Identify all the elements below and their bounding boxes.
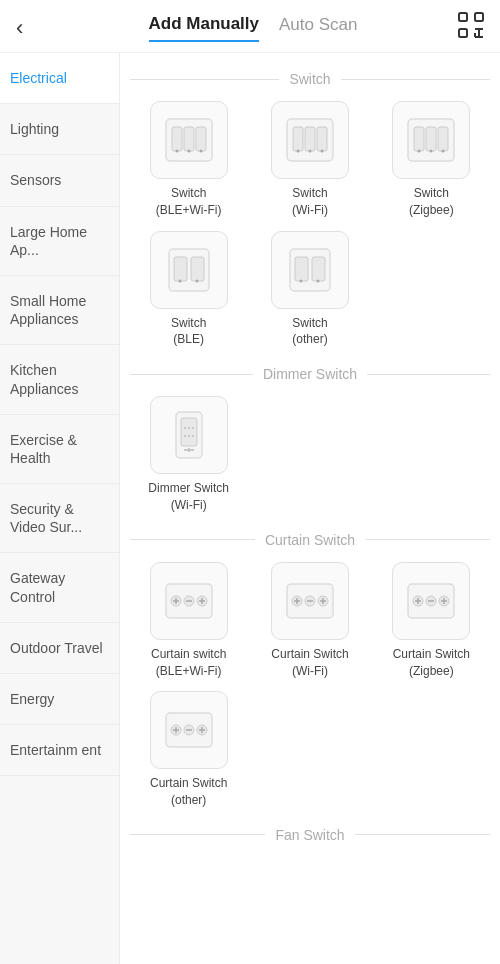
- sidebar-item-sensors[interactable]: Sensors: [0, 155, 119, 206]
- sidebar: Electrical Lighting Sensors Large Home A…: [0, 53, 120, 964]
- svg-point-26: [430, 150, 433, 153]
- device-icon-switch-wifi: [271, 101, 349, 179]
- section-line-right-curtain: [365, 539, 490, 540]
- svg-rect-17: [317, 127, 327, 151]
- section-title-curtain: Curtain Switch: [255, 532, 365, 548]
- svg-rect-10: [196, 127, 206, 151]
- device-label-curtain-wifi: Curtain Switch(Wi-Fi): [271, 646, 348, 680]
- svg-point-12: [187, 150, 190, 153]
- header: ‹ Add Manually Auto Scan: [0, 0, 500, 53]
- svg-rect-34: [295, 257, 308, 281]
- svg-rect-39: [181, 418, 197, 446]
- svg-point-31: [178, 279, 181, 282]
- svg-point-18: [296, 150, 299, 153]
- device-icon-dimmer-wifi: [150, 396, 228, 474]
- back-button[interactable]: ‹: [16, 15, 48, 41]
- section-line-right-dimmer: [367, 374, 490, 375]
- svg-point-13: [199, 150, 202, 153]
- device-icon-curtain-other: [150, 691, 228, 769]
- device-icon-curtain-zigbee: [392, 562, 470, 640]
- section-title-fan: Fan Switch: [265, 827, 354, 843]
- section-header-fan: Fan Switch: [130, 827, 490, 843]
- sidebar-item-electrical[interactable]: Electrical: [0, 53, 119, 104]
- section-line-left-fan: [130, 834, 265, 835]
- device-switch-wifi[interactable]: Switch(Wi-Fi): [255, 101, 364, 219]
- device-curtain-ble-wifi[interactable]: Curtain switch(BLE+Wi-Fi): [134, 562, 243, 680]
- svg-rect-15: [293, 127, 303, 151]
- tab-auto-scan[interactable]: Auto Scan: [279, 15, 357, 41]
- device-label-switch-zigbee: Switch(Zigbee): [409, 185, 454, 219]
- svg-rect-1: [475, 13, 483, 21]
- device-label-curtain-zigbee: Curtain Switch(Zigbee): [393, 646, 470, 680]
- svg-rect-0: [459, 13, 467, 21]
- sidebar-item-exercise[interactable]: Exercise & Health: [0, 415, 119, 484]
- section-line-left-dimmer: [130, 374, 253, 375]
- device-switch-zigbee[interactable]: Switch(Zigbee): [377, 101, 486, 219]
- device-icon-curtain-ble-wifi: [150, 562, 228, 640]
- sidebar-item-energy[interactable]: Energy: [0, 674, 119, 725]
- svg-point-20: [320, 150, 323, 153]
- section-line-right: [341, 79, 490, 80]
- section-title-switch: Switch: [279, 71, 340, 87]
- svg-rect-8: [172, 127, 182, 151]
- device-label-curtain-other: Curtain Switch(other): [150, 775, 227, 809]
- device-dimmer-wifi[interactable]: Dimmer Switch(Wi-Fi): [134, 396, 243, 514]
- device-switch-other[interactable]: Switch(other): [255, 231, 364, 349]
- device-curtain-other[interactable]: Curtain Switch(other): [134, 691, 243, 809]
- device-switch-ble-wifi[interactable]: Switch(BLE+Wi-Fi): [134, 101, 243, 219]
- svg-point-32: [195, 279, 198, 282]
- svg-rect-29: [174, 257, 187, 281]
- device-curtain-wifi[interactable]: Curtain Switch(Wi-Fi): [255, 562, 364, 680]
- dimmer-grid: Dimmer Switch(Wi-Fi): [130, 396, 490, 514]
- sidebar-item-security[interactable]: Security & Video Sur...: [0, 484, 119, 553]
- device-label-curtain-ble-wifi: Curtain switch(BLE+Wi-Fi): [151, 646, 226, 680]
- device-switch-ble[interactable]: Switch(BLE): [134, 231, 243, 349]
- content-area: Switch Switch(BLE+Wi-Fi): [120, 53, 500, 964]
- device-curtain-zigbee[interactable]: Curtain Switch(Zigbee): [377, 562, 486, 680]
- section-header-dimmer: Dimmer Switch: [130, 366, 490, 382]
- device-label-switch-other: Switch(other): [292, 315, 327, 349]
- section-title-dimmer: Dimmer Switch: [253, 366, 367, 382]
- svg-point-11: [175, 150, 178, 153]
- svg-rect-2: [459, 29, 467, 37]
- svg-rect-23: [426, 127, 436, 151]
- svg-point-19: [308, 150, 311, 153]
- svg-point-37: [316, 279, 319, 282]
- svg-rect-16: [305, 127, 315, 151]
- scan-icon[interactable]: [458, 12, 484, 44]
- device-label-dimmer-wifi: Dimmer Switch(Wi-Fi): [148, 480, 229, 514]
- sidebar-item-entertainment[interactable]: Entertainm ent: [0, 725, 119, 776]
- device-icon-switch-other: [271, 231, 349, 309]
- section-header-switch: Switch: [130, 71, 490, 87]
- sidebar-item-small-home[interactable]: Small Home Appliances: [0, 276, 119, 345]
- device-icon-switch-ble-wifi: [150, 101, 228, 179]
- device-label-switch-ble: Switch(BLE): [171, 315, 206, 349]
- switch-grid: Switch(BLE+Wi-Fi) Switch(Wi-Fi): [130, 101, 490, 348]
- sidebar-item-gateway[interactable]: Gateway Control: [0, 553, 119, 622]
- svg-rect-22: [414, 127, 424, 151]
- section-line-right-fan: [355, 834, 490, 835]
- tab-add-manually[interactable]: Add Manually: [149, 14, 260, 42]
- sidebar-item-outdoor[interactable]: Outdoor Travel: [0, 623, 119, 674]
- sidebar-item-large-home[interactable]: Large Home Ap...: [0, 207, 119, 276]
- device-icon-curtain-wifi: [271, 562, 349, 640]
- header-tabs: Add Manually Auto Scan: [149, 14, 358, 42]
- sidebar-item-lighting[interactable]: Lighting: [0, 104, 119, 155]
- device-label-switch-ble-wifi: Switch(BLE+Wi-Fi): [156, 185, 222, 219]
- svg-point-25: [418, 150, 421, 153]
- svg-rect-9: [184, 127, 194, 151]
- svg-rect-35: [312, 257, 325, 281]
- svg-point-36: [299, 279, 302, 282]
- curtain-grid: Curtain switch(BLE+Wi-Fi): [130, 562, 490, 809]
- sidebar-item-kitchen[interactable]: Kitchen Appliances: [0, 345, 119, 414]
- main-layout: Electrical Lighting Sensors Large Home A…: [0, 53, 500, 964]
- device-label-switch-wifi: Switch(Wi-Fi): [292, 185, 328, 219]
- section-header-curtain: Curtain Switch: [130, 532, 490, 548]
- svg-rect-24: [438, 127, 448, 151]
- device-icon-switch-zigbee: [392, 101, 470, 179]
- svg-rect-30: [191, 257, 204, 281]
- device-icon-switch-ble: [150, 231, 228, 309]
- section-line-left: [130, 79, 279, 80]
- svg-point-27: [442, 150, 445, 153]
- section-line-left-curtain: [130, 539, 255, 540]
